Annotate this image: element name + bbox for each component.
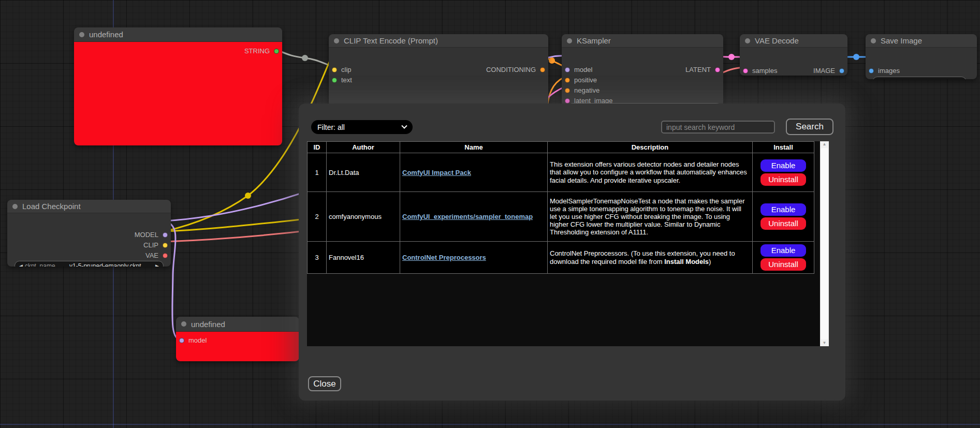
uninstall-button[interactable]: Uninstall — [760, 217, 806, 230]
uninstall-button[interactable]: Uninstall — [760, 258, 806, 271]
table-header-row: ID Author Name Description Install — [308, 142, 814, 153]
node-undefined-top[interactable]: undefined STRING — [74, 27, 282, 145]
node-vae-decode[interactable]: VAE Decode samples vae IMAGE — [740, 34, 847, 76]
header-install: Install — [753, 142, 814, 153]
node-status-icon — [745, 38, 750, 43]
filter-selected-value: Filter: all — [317, 123, 402, 131]
enable-button[interactable]: Enable — [760, 159, 806, 172]
port-dot-conditioning-output[interactable] — [540, 67, 545, 72]
port-label-model: model — [574, 66, 592, 73]
port-label-samples: samples — [752, 67, 777, 75]
port-dot-model-output[interactable] — [163, 232, 168, 238]
node-clip-text-encode[interactable]: CLIP Text Encode (Prompt) clip text COND… — [329, 34, 548, 107]
port-label-image: IMAGE — [813, 67, 835, 75]
port-dot-negative-input[interactable] — [565, 88, 570, 93]
port-label-conditioning: CONDITIONING — [486, 66, 536, 73]
port-dot-positive-input[interactable] — [565, 78, 570, 83]
port-dot-samples-input[interactable] — [743, 68, 748, 73]
node-status-icon — [334, 38, 339, 43]
reroute-dot-clip[interactable] — [245, 193, 251, 199]
cell-author: Fannovel16 — [327, 242, 400, 274]
scrollbar-thumb[interactable] — [821, 148, 828, 340]
uninstall-button[interactable]: Uninstall — [760, 173, 806, 186]
node-status-icon — [12, 204, 18, 209]
node-title: undefined — [191, 320, 225, 329]
filter-select[interactable]: Filter: all — [311, 120, 413, 134]
table-row: 1 Dr.Lt.Data ComfyUI Impact Pack This ex… — [308, 153, 814, 192]
port-dot-vae-output[interactable] — [163, 253, 168, 258]
enable-button[interactable]: Enable — [760, 203, 806, 216]
increment-arrow-icon[interactable]: ▶ — [155, 263, 159, 267]
port-dot-model-input[interactable] — [565, 67, 570, 72]
extension-link[interactable]: ComfyUI_experiments/sampler_tonemap — [402, 213, 533, 220]
port-dot-clip-input[interactable] — [332, 67, 337, 72]
ckpt-name-value: v1-5-pruned-emaonly.ckpt — [55, 262, 155, 267]
search-input[interactable] — [661, 121, 775, 134]
port-label-positive: positive — [574, 76, 597, 84]
port-label-model-out: MODEL — [135, 231, 158, 239]
header-id: ID — [308, 142, 327, 153]
port-label-clip: clip — [341, 66, 352, 73]
port-label-text: text — [341, 76, 352, 84]
port-dot-string-output[interactable] — [274, 49, 279, 54]
ckpt-name-widget[interactable]: ◀ ckpt_name v1-5-pruned-emaonly.ckpt ▶ — [14, 261, 164, 267]
node-title: Load Checkpoint — [22, 202, 81, 211]
port-label-vae-out: VAE — [145, 252, 158, 259]
header-author: Author — [327, 142, 400, 153]
port-dot-latent-output[interactable] — [715, 67, 720, 72]
search-button[interactable]: Search — [786, 119, 833, 135]
node-title: KSampler — [577, 36, 611, 45]
cell-id: 1 — [308, 153, 327, 192]
node-status-icon — [181, 321, 186, 327]
scroll-down-icon[interactable]: ▼ — [823, 340, 827, 346]
port-label-clip-out: CLIP — [143, 241, 158, 249]
node-status-icon — [79, 32, 84, 37]
node-load-checkpoint[interactable]: Load Checkpoint MODEL CLIP VAE ◀ ckpt_na… — [7, 200, 171, 267]
cell-id: 3 — [308, 242, 327, 274]
port-label-model: model — [188, 336, 207, 344]
reroute-dot-conditioning[interactable] — [549, 57, 555, 64]
extension-link[interactable]: ControlNet Preprocessors — [402, 254, 486, 261]
enable-button[interactable]: Enable — [760, 244, 806, 257]
node-status-icon — [567, 38, 572, 43]
reroute-dot-latent[interactable] — [728, 54, 735, 60]
scroll-up-icon[interactable]: ▲ — [823, 141, 827, 147]
reroute-dot-image[interactable] — [853, 54, 859, 60]
extension-link[interactable]: ComfyUI Impact Pack — [402, 169, 471, 176]
port-label-negative: negative — [574, 86, 599, 94]
port-label-string: STRING — [244, 47, 270, 55]
node-title: VAE Decode — [755, 36, 799, 45]
port-label-latent: LATENT — [685, 66, 711, 73]
filename-prefix-widget[interactable]: filename_prefix ComfyUI — [872, 77, 967, 79]
port-dot-images-input[interactable] — [869, 68, 874, 73]
table-row: 2 comfyanonymous ComfyUI_experiments/sam… — [308, 192, 814, 242]
port-dot-model-input[interactable] — [179, 338, 184, 343]
table-row: 3 Fannovel16 ControlNet Preprocessors Co… — [308, 242, 814, 274]
table-scrollbar[interactable]: ▲ ▼ — [820, 141, 829, 346]
ckpt-name-label: ckpt_name — [25, 262, 55, 267]
extension-table: ID Author Name Description Install 1 Dr.… — [307, 141, 814, 274]
header-description: Description — [548, 142, 753, 153]
port-label-images: images — [878, 67, 900, 75]
node-title: undefined — [89, 30, 123, 39]
reroute-dot-string[interactable] — [302, 55, 308, 61]
cell-description: ControlNet Preprocessors. (To use this e… — [548, 242, 753, 274]
cell-description: This extension offers various detector n… — [548, 153, 753, 192]
node-undefined-bottom[interactable]: undefined model — [176, 317, 299, 361]
port-dot-text-input[interactable] — [332, 78, 337, 83]
cell-author: Dr.Lt.Data — [327, 153, 400, 192]
node-title: Save Image — [881, 36, 922, 45]
cell-description: ModelSamplerTonemapNoiseTest a node that… — [548, 192, 753, 242]
port-dot-clip-output[interactable] — [163, 243, 168, 248]
chevron-down-icon — [401, 123, 407, 128]
node-ksampler[interactable]: KSampler model positive negative latent_… — [562, 34, 723, 107]
node-save-image[interactable]: Save Image images filename_prefix ComfyU… — [866, 34, 977, 79]
decrement-arrow-icon[interactable]: ◀ — [19, 263, 23, 267]
port-dot-latent-image-input[interactable] — [565, 98, 570, 104]
extension-table-container: ID Author Name Description Install 1 Dr.… — [307, 141, 829, 346]
filename-prefix-value: ComfyUI — [921, 78, 962, 79]
node-status-icon — [871, 38, 876, 43]
port-dot-image-output[interactable] — [839, 68, 844, 73]
close-button[interactable]: Close — [308, 376, 341, 391]
filename-prefix-label: filename_prefix — [879, 78, 921, 79]
